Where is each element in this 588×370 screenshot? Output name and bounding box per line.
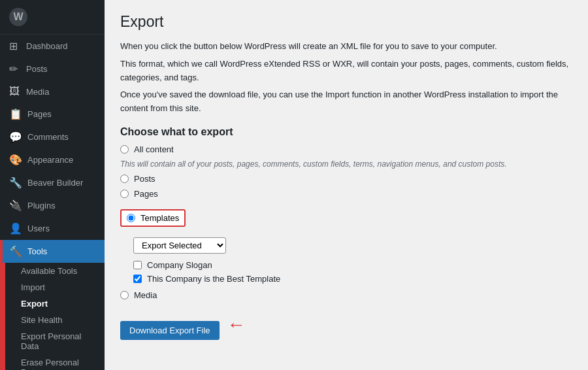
section-title: Choose what to export [120,126,572,138]
appearance-icon: 🎨 [9,154,22,166]
desc-2: This format, which we call WordPress eXt… [120,58,572,85]
sidebar-item-dashboard[interactable]: ⊞ Dashboard [0,35,105,58]
sidebar-item-import[interactable]: Import [5,279,105,295]
label-best-template[interactable]: This Company is the Best Template [147,274,280,284]
radio-all-content[interactable] [120,145,129,154]
pages-icon: 📋 [9,108,22,120]
sidebar-item-beaver-builder[interactable]: 🔧 Beaver Builder [0,171,105,194]
radio-templates[interactable] [127,214,135,222]
label-media[interactable]: Media [134,290,157,300]
tools-section: 🔨 Tools Available Tools Import Export Si… [0,240,105,370]
main-content: Export When you click the button below W… [105,0,588,370]
sidebar-logo: W [0,0,105,35]
radio-row-pages: Pages [120,189,572,199]
radio-row-all-content: All content [120,144,572,154]
label-pages[interactable]: Pages [134,189,158,199]
checkbox-company-slogan[interactable] [133,261,142,269]
desc-1: When you click the button below WordPres… [120,40,572,54]
sidebar-item-users[interactable]: 👤 Users [0,217,105,240]
wp-logo-icon: W [9,8,27,26]
label-company-slogan[interactable]: Company Slogan [147,260,212,270]
radio-media[interactable] [120,291,129,299]
sidebar-item-posts[interactable]: ✏ Posts [0,58,105,80]
sidebar: W ⊞ Dashboard ✏ Posts 🖼 Media 📋 Pages 💬 … [0,0,105,370]
checkbox-row-company-slogan: Company Slogan [133,260,572,270]
checkbox-best-template[interactable] [133,275,142,283]
desc-3: Once you've saved the download file, you… [120,88,572,116]
sidebar-item-plugins[interactable]: 🔌 Plugins [0,194,105,217]
sidebar-item-export-personal-data[interactable]: Export Personal Data [5,328,105,354]
page-title: Export [120,13,572,31]
sidebar-item-comments[interactable]: 💬 Comments [0,126,105,148]
sidebar-item-export[interactable]: Export [5,295,105,312]
tools-icon: 🔨 [9,245,22,258]
arrow-right-icon: ← [227,316,246,334]
download-section: Download Export File ← [120,311,572,340]
label-posts[interactable]: Posts [134,174,155,184]
download-export-button[interactable]: Download Export File [120,321,220,340]
templates-highlight: Templates [120,209,186,227]
beaver-builder-icon: 🔧 [9,177,22,189]
radio-row-posts: Posts [120,174,572,184]
sidebar-item-media[interactable]: 🖼 Media [0,80,105,103]
radio-row-media: Media [120,290,572,300]
export-select-row: Export Selected All Templates [133,237,572,254]
radio-posts[interactable] [120,175,129,183]
sidebar-item-tools[interactable]: 🔨 Tools [3,240,105,263]
media-icon: 🖼 [9,86,21,97]
all-content-desc: This will contain all of your posts, pag… [120,160,572,169]
sidebar-item-pages[interactable]: 📋 Pages [0,103,105,126]
sidebar-item-site-health[interactable]: Site Health [5,312,105,328]
sidebar-item-available-tools[interactable]: Available Tools [5,263,105,279]
posts-icon: ✏ [9,63,21,75]
label-templates[interactable]: Templates [140,213,179,223]
export-select[interactable]: Export Selected All Templates [133,237,226,254]
checkbox-row-best-template: This Company is the Best Template [133,274,572,284]
sidebar-item-appearance[interactable]: 🎨 Appearance [0,148,105,171]
comments-icon: 💬 [9,131,22,143]
sidebar-item-erase-personal-data[interactable]: Erase Personal Data [5,354,105,370]
dashboard-icon: ⊞ [9,40,21,52]
tools-submenu: Available Tools Import Export Site Healt… [3,263,105,370]
plugins-icon: 🔌 [9,199,22,212]
radio-pages[interactable] [120,190,129,198]
label-all-content[interactable]: All content [134,144,174,154]
users-icon: 👤 [9,222,22,235]
templates-highlight-wrapper: Templates [120,204,572,232]
